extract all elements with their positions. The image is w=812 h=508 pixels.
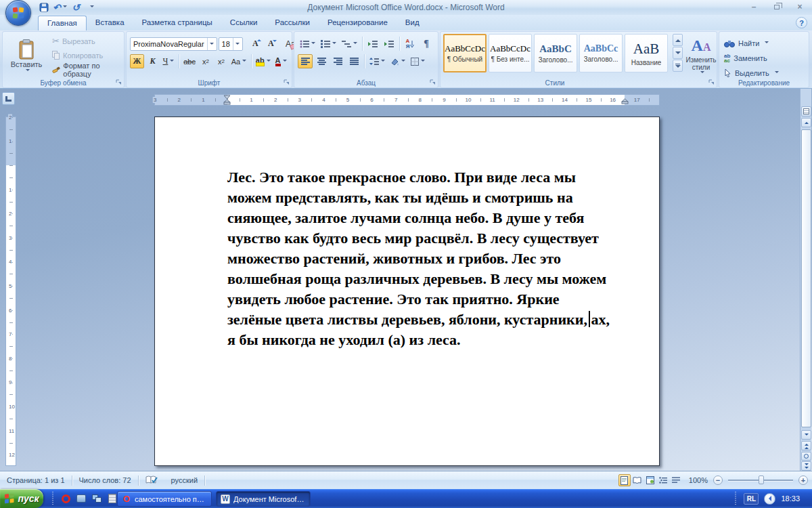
font-dialog-launcher[interactable] bbox=[282, 78, 290, 86]
help-button[interactable]: ? bbox=[796, 17, 807, 28]
copy-button[interactable]: Копировать bbox=[50, 49, 124, 62]
scroll-down-button[interactable] bbox=[801, 430, 811, 440]
ribbon-tab[interactable]: Ссылки bbox=[221, 15, 267, 30]
style-card[interactable]: AaBbCc Заголово... bbox=[579, 34, 623, 72]
clipboard-dialog-launcher[interactable] bbox=[114, 78, 122, 86]
strikethrough-button[interactable]: abc bbox=[182, 54, 198, 68]
print-layout-view-button[interactable] bbox=[618, 474, 631, 486]
style-card[interactable]: AaBbCcDc ¶ Без инте... bbox=[489, 34, 532, 72]
style-gallery-more-button[interactable] bbox=[673, 60, 683, 72]
replace-button[interactable]: abac Заменить bbox=[724, 51, 779, 64]
redo-button[interactable]: ↺ bbox=[70, 2, 82, 14]
taskbar-task-button[interactable]: W Документ Microsoft ... bbox=[216, 491, 311, 507]
draft-view-button[interactable] bbox=[670, 474, 682, 486]
next-page-button[interactable] bbox=[801, 461, 811, 471]
select-browse-object-button[interactable] bbox=[801, 452, 811, 461]
increase-indent-button[interactable] bbox=[382, 37, 397, 51]
grow-font-button[interactable]: А bbox=[248, 37, 263, 51]
zoom-level[interactable]: 100% bbox=[689, 476, 708, 484]
multilevel-list-button[interactable] bbox=[340, 37, 359, 51]
horizontal-ruler[interactable]: 321 1234567891011121314151617 bbox=[154, 94, 660, 106]
font-family-dropdown-icon[interactable] bbox=[207, 38, 217, 50]
show-marks-button[interactable]: ¶ bbox=[419, 37, 434, 51]
quick-launch-calculator[interactable] bbox=[107, 493, 118, 504]
ruler-toggle-button[interactable] bbox=[801, 106, 811, 117]
numbering-button[interactable] bbox=[319, 37, 338, 51]
font-color-button[interactable]: А bbox=[273, 54, 288, 68]
quick-launch-show-desktop[interactable] bbox=[76, 493, 87, 504]
align-right-button[interactable] bbox=[330, 54, 345, 68]
hide-icons-button[interactable] bbox=[764, 493, 775, 505]
superscript-button[interactable]: x2 bbox=[214, 54, 228, 68]
italic-button[interactable]: К bbox=[145, 54, 160, 68]
styles-dialog-launcher[interactable] bbox=[707, 78, 715, 86]
font-family-combo[interactable]: ProximaNovaRegular bbox=[130, 37, 217, 51]
scroll-up-button[interactable] bbox=[801, 118, 811, 127]
change-styles-button[interactable]: АА Изменить стили bbox=[685, 33, 717, 79]
office-button[interactable] bbox=[5, 0, 31, 26]
align-center-button[interactable] bbox=[314, 54, 329, 68]
underline-button[interactable]: Ч bbox=[161, 54, 176, 68]
shrink-font-button[interactable]: А bbox=[264, 37, 278, 51]
indent-markers[interactable] bbox=[223, 95, 231, 105]
style-card[interactable]: AaBbCcDc ¶ Обычный bbox=[443, 34, 487, 72]
ribbon-tab[interactable]: Рассылки bbox=[266, 15, 319, 30]
start-button[interactable]: пуск bbox=[0, 489, 43, 508]
undo-button[interactable]: ↶ bbox=[53, 2, 67, 14]
spellcheck-status[interactable] bbox=[139, 475, 164, 486]
style-scroll-up-button[interactable] bbox=[673, 34, 683, 46]
bullets-button[interactable] bbox=[298, 37, 317, 51]
taskbar-task-button[interactable]: O самостоятельно при... bbox=[117, 491, 212, 507]
ribbon-tab[interactable]: Рецензирование bbox=[319, 15, 397, 30]
full-screen-reading-view-button[interactable] bbox=[631, 474, 644, 486]
font-size-dropdown-icon[interactable] bbox=[233, 38, 242, 50]
style-card[interactable]: AaB Название bbox=[625, 34, 668, 72]
style-scroll-down-button[interactable] bbox=[673, 47, 683, 59]
page-indicator[interactable]: Страница: 1 из 1 bbox=[0, 476, 72, 484]
decrease-indent-button[interactable] bbox=[365, 37, 380, 51]
scrollbar-thumb[interactable] bbox=[801, 129, 811, 427]
ribbon-tab[interactable]: Вид bbox=[397, 15, 428, 30]
highlight-button[interactable]: ab bbox=[254, 54, 273, 68]
zoom-slider-thumb[interactable] bbox=[759, 475, 764, 484]
format-painter-button[interactable]: Формат по образцу bbox=[50, 63, 124, 76]
zoom-in-button[interactable]: + bbox=[798, 475, 808, 485]
justify-button[interactable] bbox=[346, 54, 361, 68]
font-size-combo[interactable]: 18 bbox=[219, 37, 243, 51]
ribbon-tab[interactable]: Главная bbox=[38, 16, 87, 31]
select-button[interactable]: Выделить bbox=[724, 66, 779, 79]
customize-qat-button[interactable] bbox=[85, 2, 97, 14]
language-badge[interactable]: RL bbox=[744, 493, 759, 505]
ribbon-tab[interactable]: Разметка страницы bbox=[133, 15, 221, 30]
line-spacing-button[interactable] bbox=[367, 54, 387, 68]
style-card[interactable]: AaBbC Заголово... bbox=[534, 34, 577, 72]
tab-selector-button[interactable] bbox=[2, 92, 15, 105]
document-page[interactable]: Лес. Это такое прекрасное слово. При вид… bbox=[154, 117, 660, 466]
close-button[interactable]: × bbox=[793, 2, 807, 12]
language-indicator[interactable]: русский bbox=[164, 476, 204, 484]
paste-button[interactable]: Вставить bbox=[6, 34, 47, 79]
borders-button[interactable] bbox=[409, 54, 427, 68]
restore-button[interactable] bbox=[770, 2, 784, 12]
shading-button[interactable] bbox=[388, 54, 407, 68]
word-count[interactable]: Число слов: 72 bbox=[72, 476, 138, 484]
vertical-scrollbar[interactable] bbox=[800, 89, 811, 471]
zoom-out-button[interactable]: − bbox=[713, 475, 723, 485]
minimize-button[interactable]: – bbox=[747, 2, 761, 12]
vertical-ruler[interactable]: 21 123456789101112 bbox=[5, 117, 16, 466]
cut-button[interactable]: ✂ Вырезать bbox=[50, 35, 124, 47]
quick-launch-network[interactable] bbox=[91, 493, 102, 504]
web-layout-view-button[interactable] bbox=[644, 474, 656, 486]
previous-page-button[interactable] bbox=[801, 441, 811, 450]
ribbon-tab[interactable]: Вставка bbox=[87, 15, 133, 30]
right-indent-marker[interactable] bbox=[621, 99, 629, 105]
subscript-button[interactable]: x2 bbox=[198, 54, 212, 68]
find-button[interactable]: Найти bbox=[724, 37, 779, 49]
align-left-button[interactable] bbox=[298, 54, 313, 68]
save-button[interactable] bbox=[38, 2, 49, 14]
paragraph-dialog-launcher[interactable] bbox=[428, 78, 436, 86]
quick-launch-opera[interactable] bbox=[60, 493, 71, 504]
outline-view-button[interactable] bbox=[657, 474, 669, 486]
bold-button[interactable]: Ж bbox=[130, 54, 144, 68]
zoom-slider[interactable] bbox=[728, 475, 793, 485]
